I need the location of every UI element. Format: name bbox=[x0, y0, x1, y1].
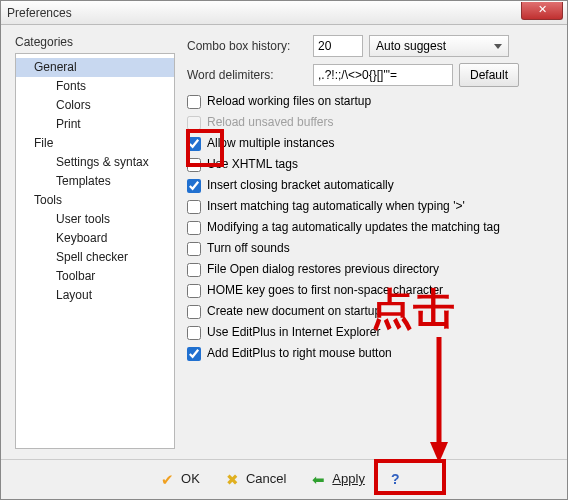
help-button[interactable]: ? bbox=[391, 471, 407, 487]
add-rightclick-label: Add EditPlus to right mouse button bbox=[207, 345, 392, 362]
file-open-restore-label: File Open dialog restores previous direc… bbox=[207, 261, 439, 278]
dialog-buttons: ✔OK ✖Cancel ⬅Apply ? bbox=[1, 459, 567, 493]
insert-closing-label: Insert closing bracket automatically bbox=[207, 177, 394, 194]
tree-item-layout[interactable]: Layout bbox=[16, 286, 174, 305]
reload-working-checkbox[interactable] bbox=[187, 95, 201, 109]
combo-history-input[interactable] bbox=[313, 35, 363, 57]
tree-item-toolbar[interactable]: Toolbar bbox=[16, 267, 174, 286]
word-delimiters-label: Word delimiters: bbox=[187, 68, 307, 82]
categories-label: Categories bbox=[15, 35, 175, 49]
file-open-restore-checkbox[interactable] bbox=[187, 263, 201, 277]
preferences-window: Preferences ✕ Categories General Fonts C… bbox=[0, 0, 568, 500]
category-tree[interactable]: General Fonts Colors Print File Settings… bbox=[15, 53, 175, 449]
allow-multiple-label: Allow multiple instances bbox=[207, 135, 334, 152]
modify-tag-label: Modifying a tag automatically updates th… bbox=[207, 219, 500, 236]
use-ie-checkbox[interactable] bbox=[187, 326, 201, 340]
turn-off-sounds-label: Turn off sounds bbox=[207, 240, 290, 257]
create-new-doc-label: Create new document on startup bbox=[207, 303, 381, 320]
settings-panel: Combo box history: Auto suggest Word del… bbox=[175, 35, 555, 447]
reload-unsaved-label: Reload unsaved buffers bbox=[207, 114, 334, 131]
titlebar: Preferences ✕ bbox=[1, 1, 567, 25]
combo-history-label: Combo box history: bbox=[187, 39, 307, 53]
use-xhtml-label: Use XHTML tags bbox=[207, 156, 298, 173]
add-rightclick-checkbox[interactable] bbox=[187, 347, 201, 361]
use-xhtml-checkbox[interactable] bbox=[187, 158, 201, 172]
apply-button[interactable]: ⬅Apply bbox=[312, 471, 365, 487]
tree-item-fonts[interactable]: Fonts bbox=[16, 77, 174, 96]
reload-working-label: Reload working files on startup bbox=[207, 93, 371, 110]
cross-icon: ✖ bbox=[226, 471, 242, 487]
default-button[interactable]: Default bbox=[459, 63, 519, 87]
question-icon: ? bbox=[391, 471, 407, 487]
insert-closing-checkbox[interactable] bbox=[187, 179, 201, 193]
cancel-button[interactable]: ✖Cancel bbox=[226, 471, 286, 487]
close-button[interactable]: ✕ bbox=[521, 2, 563, 20]
home-key-checkbox[interactable] bbox=[187, 284, 201, 298]
check-icon: ✔ bbox=[161, 471, 177, 487]
arrow-left-icon: ⬅ bbox=[312, 471, 328, 487]
tree-item-settings-syntax[interactable]: Settings & syntax bbox=[16, 153, 174, 172]
window-title: Preferences bbox=[7, 6, 72, 20]
tree-item-tools[interactable]: Tools bbox=[16, 191, 174, 210]
tree-item-user-tools[interactable]: User tools bbox=[16, 210, 174, 229]
use-ie-label: Use EditPlus in Internet Explorer bbox=[207, 324, 380, 341]
tree-item-templates[interactable]: Templates bbox=[16, 172, 174, 191]
tree-item-keyboard[interactable]: Keyboard bbox=[16, 229, 174, 248]
insert-matching-label: Insert matching tag automatically when t… bbox=[207, 198, 465, 215]
create-new-doc-checkbox[interactable] bbox=[187, 305, 201, 319]
ok-button[interactable]: ✔OK bbox=[161, 471, 200, 487]
allow-multiple-checkbox[interactable] bbox=[187, 137, 201, 151]
tree-item-general[interactable]: General bbox=[16, 58, 174, 77]
word-delimiters-input[interactable] bbox=[313, 64, 453, 86]
auto-suggest-dropdown[interactable]: Auto suggest bbox=[369, 35, 509, 57]
reload-unsaved-checkbox bbox=[187, 116, 201, 130]
categories-panel: Categories General Fonts Colors Print Fi… bbox=[15, 35, 175, 447]
tree-item-print[interactable]: Print bbox=[16, 115, 174, 134]
home-key-label: HOME key goes to first non-space charact… bbox=[207, 282, 443, 299]
tree-item-colors[interactable]: Colors bbox=[16, 96, 174, 115]
tree-item-spell-checker[interactable]: Spell checker bbox=[16, 248, 174, 267]
turn-off-sounds-checkbox[interactable] bbox=[187, 242, 201, 256]
tree-item-file[interactable]: File bbox=[16, 134, 174, 153]
modify-tag-checkbox[interactable] bbox=[187, 221, 201, 235]
insert-matching-checkbox[interactable] bbox=[187, 200, 201, 214]
